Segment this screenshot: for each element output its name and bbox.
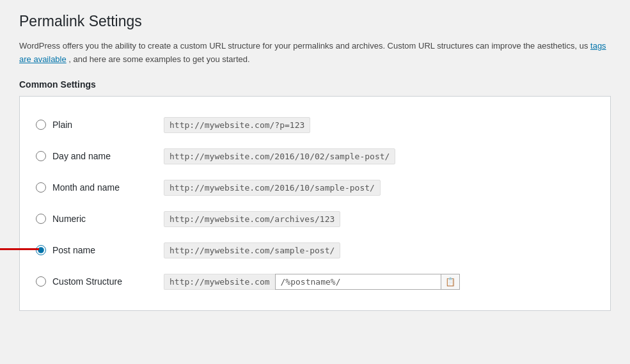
numeric-label[interactable]: Numeric	[36, 214, 164, 224]
custom-structure-icon[interactable]: 📋	[441, 274, 460, 290]
custom-url-container: http://mywebsite.com 📋	[164, 274, 460, 290]
month-and-name-radio[interactable]	[36, 182, 46, 193]
day-and-name-text: Day and name	[52, 151, 111, 161]
numeric-radio[interactable]	[36, 214, 46, 224]
custom-structure-row: Custom Structure http://mywebsite.com 📋	[36, 266, 594, 297]
plain-text: Plain	[52, 120, 72, 130]
page-description: WordPress offers you the ability to crea…	[19, 40, 611, 67]
common-settings-heading: Common Settings	[19, 79, 611, 90]
plain-url: http://mywebsite.com/?p=123	[164, 117, 310, 133]
month-and-name-text: Month and name	[52, 182, 120, 193]
day-and-name-label[interactable]: Day and name	[36, 151, 164, 161]
arrow-annotation	[0, 240, 42, 261]
custom-structure-radio[interactable]	[36, 276, 46, 287]
custom-structure-input[interactable]	[275, 274, 441, 290]
plain-label[interactable]: Plain	[36, 120, 164, 130]
post-name-label[interactable]: Post name	[36, 245, 164, 255]
custom-structure-text: Custom Structure	[52, 276, 122, 287]
month-and-name-row: Month and name http://mywebsite.com/2016…	[36, 172, 594, 203]
plain-row: Plain http://mywebsite.com/?p=123	[36, 109, 594, 141]
month-and-name-url: http://mywebsite.com/2016/10/sample-post…	[164, 180, 381, 196]
day-and-name-radio[interactable]	[36, 151, 46, 161]
day-and-name-url: http://mywebsite.com/2016/10/02/sample-p…	[164, 148, 395, 164]
day-and-name-row: Day and name http://mywebsite.com/2016/1…	[36, 141, 594, 172]
numeric-text: Numeric	[52, 214, 86, 224]
post-name-url: http://mywebsite.com/sample-post/	[164, 242, 340, 258]
page-title: Permalink Settings	[19, 13, 611, 30]
numeric-row: Numeric http://mywebsite.com/archives/12…	[36, 203, 594, 235]
post-name-row: Post name http://mywebsite.com/sample-po…	[36, 235, 594, 266]
permalink-settings-section: Plain http://mywebsite.com/?p=123 Day an…	[19, 96, 611, 311]
post-name-text: Post name	[52, 245, 95, 255]
numeric-url: http://mywebsite.com/archives/123	[164, 211, 340, 227]
red-arrow-icon	[0, 240, 42, 259]
custom-structure-label[interactable]: Custom Structure	[36, 276, 164, 287]
custom-url-base: http://mywebsite.com	[164, 274, 275, 290]
plain-radio[interactable]	[36, 120, 46, 130]
month-and-name-label[interactable]: Month and name	[36, 182, 164, 193]
